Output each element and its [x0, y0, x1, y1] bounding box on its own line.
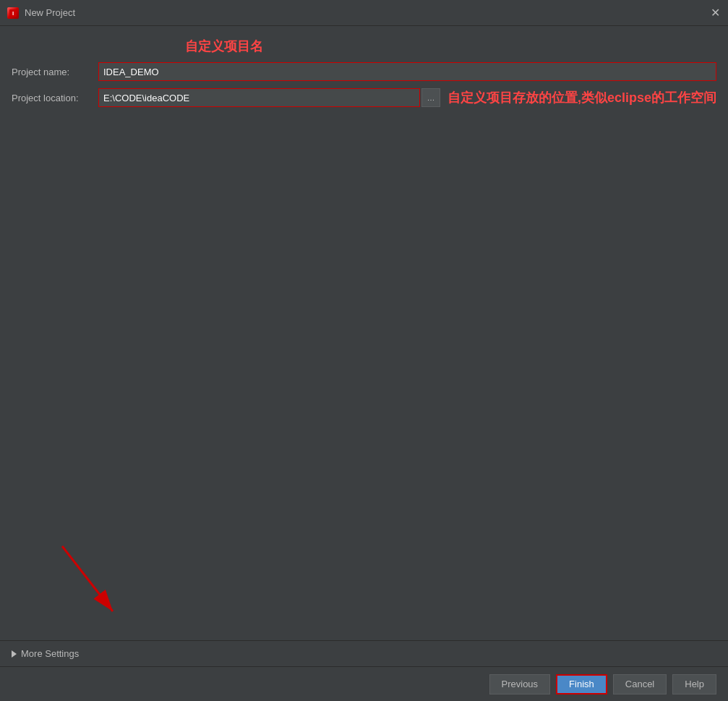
close-button[interactable]: ✕: [709, 7, 721, 19]
idea-icon: I: [7, 7, 19, 19]
svg-text:I: I: [12, 10, 14, 17]
more-settings-bar: More Settings: [0, 640, 728, 666]
new-project-dialog: I New Project ✕ 自定义项目名 Project name: Pro…: [0, 0, 728, 701]
expand-icon: [12, 650, 17, 658]
arrow-annotation: [55, 539, 127, 626]
svg-line-3: [62, 546, 113, 611]
help-button[interactable]: Help: [672, 674, 716, 694]
previous-button[interactable]: Previous: [489, 674, 551, 694]
project-location-label: Project location:: [12, 93, 98, 103]
title-bar: I New Project ✕: [0, 0, 728, 26]
project-name-label: Project name:: [12, 67, 98, 77]
finish-button[interactable]: Finish: [556, 674, 607, 694]
dialog-footer: Previous Finish Cancel Help: [0, 666, 728, 701]
project-location-annotation: 自定义项目存放的位置,类似eclipse的工作空间: [447, 89, 716, 106]
more-settings-label: More Settings: [21, 648, 79, 659]
project-location-input[interactable]: [98, 88, 420, 107]
content-area: 自定义项目名 Project name: Project location: ……: [0, 26, 728, 640]
project-name-annotation: 自定义项目名: [185, 38, 263, 55]
main-body: [12, 114, 716, 640]
project-name-row: Project name:: [12, 62, 716, 81]
browse-button[interactable]: …: [421, 88, 440, 107]
dialog-title: New Project: [25, 7, 709, 18]
cancel-button[interactable]: Cancel: [613, 674, 667, 694]
more-settings-toggle[interactable]: More Settings: [12, 648, 79, 659]
project-name-input-wrapper: [98, 62, 716, 81]
project-name-input[interactable]: [98, 62, 716, 81]
